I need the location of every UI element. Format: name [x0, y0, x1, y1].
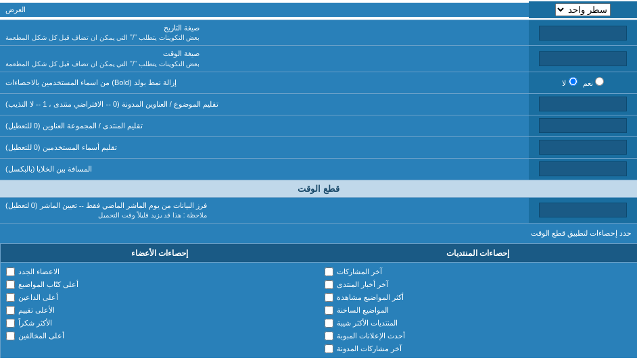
list-item: أكثر المواضيع مشاهدة [325, 291, 632, 304]
cell-spacing-input[interactable]: 2 [539, 161, 627, 176]
usernames-trim-label: تقليم أسماء المستخدمين (0 للتعطيل) [0, 137, 529, 158]
topic-titles-row: 33 تقليم الموضوع / العناوين المدونة (0 -… [0, 94, 637, 115]
checkbox-latest-classified[interactable] [325, 332, 333, 340]
bold-no-radio[interactable] [569, 77, 577, 86]
date-format-input-container: d-m [529, 20, 637, 45]
cell-spacing-label: المسافة بين الخلايا (بالبكسل) [0, 159, 529, 180]
display-select-container: سطر واحد سطران ثلاثة أسطر [529, 1, 637, 18]
checkbox-blog-posts[interactable] [325, 344, 333, 353]
checkbox-top-posters[interactable] [6, 280, 15, 289]
usernames-trim-row: 0 تقليم أسماء المستخدمين (0 للتعطيل) [0, 137, 637, 159]
time-filter-input-container: 0 [529, 198, 637, 223]
forum-titles-row: 33 تقليم المنتدى / المجموعة العناوين (0 … [0, 115, 637, 137]
checkbox-most-viewed[interactable] [325, 293, 333, 302]
date-format-row: d-m صيغة التاريخ بعض التكوينات يتطلب "/"… [0, 20, 637, 46]
time-format-input-container: H:i [529, 46, 637, 71]
checkbox-popular-forums[interactable] [325, 319, 333, 328]
display-label: العرض [0, 3, 529, 17]
stats-col1-header: إحصاءات المنتديات [319, 244, 638, 262]
bold-remove-label: إزالة نمط بولد (Bold) من اسماء المستخدمي… [0, 72, 529, 93]
stats-col2: الاعضاء الجدد أعلى كتّاب المواضيع أعلى ا… [0, 263, 319, 358]
stats-col2-header: إحصاءات الأعضاء [0, 244, 319, 262]
time-filter-label: فرز البيانات من يوم الماشر الماضي فقط --… [0, 198, 529, 223]
list-item: الاعضاء الجدد [6, 265, 314, 278]
date-format-input[interactable]: d-m [539, 26, 627, 41]
list-item: آخر أخبار المنتدى [325, 278, 632, 291]
checkbox-top-referrers[interactable] [6, 293, 15, 302]
time-format-input[interactable]: H:i [539, 51, 627, 66]
bold-yes-radio[interactable] [595, 77, 604, 86]
checkbox-last-posts[interactable] [325, 267, 333, 276]
topic-titles-input-container: 33 [529, 94, 637, 115]
bold-remove-row: نعم لا إزالة نمط بولد (Bold) من اسماء ال… [0, 72, 637, 94]
bold-radio-group: نعم لا [562, 77, 603, 88]
stats-header-row: إحصاءات المنتديات إحصاءات الأعضاء [0, 244, 637, 263]
checkbox-forum-news[interactable] [325, 280, 333, 289]
forum-titles-label: تقليم المنتدى / المجموعة العناوين (0 للت… [0, 115, 529, 136]
bold-no-label: لا [562, 77, 577, 88]
checkbox-hot-topics[interactable] [325, 306, 333, 315]
time-filter-input[interactable]: 0 [539, 203, 627, 217]
stats-body: آخر المشاركات آخر أخبار المنتدى أكثر الم… [0, 263, 637, 358]
list-item: أعلى كتّاب المواضيع [6, 278, 314, 291]
list-item: أحدث الإعلانات المبوبة [325, 330, 632, 342]
checkbox-new-members[interactable] [6, 267, 15, 276]
list-item: الأكثر شكراً [6, 317, 314, 330]
checkbox-top-violators[interactable] [6, 332, 15, 340]
stats-section: إحصاءات المنتديات إحصاءات الأعضاء آخر ال… [0, 244, 637, 358]
cell-spacing-row: 2 المسافة بين الخلايا (بالبكسل) [0, 159, 637, 180]
time-section-header: قطع الوقت [0, 180, 637, 198]
list-item: المنتديات الأكثر شيبة [325, 317, 632, 330]
display-select[interactable]: سطر واحد سطران ثلاثة أسطر [555, 3, 611, 16]
forum-titles-input[interactable]: 33 [539, 118, 627, 133]
display-row: سطر واحد سطران ثلاثة أسطر العرض [0, 0, 637, 20]
date-format-label: صيغة التاريخ بعض التكوينات يتطلب "/" الت… [0, 20, 529, 45]
list-item: المواضيع الساخنة [325, 304, 632, 317]
topic-titles-label: تقليم الموضوع / العناوين المدونة (0 -- ا… [0, 94, 529, 115]
list-item: آخر المشاركات [325, 265, 632, 278]
list-item: الأعلى تقييم [6, 304, 314, 317]
list-item: أعلى المخالفين [6, 330, 314, 342]
list-item: آخر مشاركات المدونة [325, 342, 632, 355]
checkbox-most-thanked[interactable] [6, 319, 15, 328]
usernames-trim-input[interactable]: 0 [539, 140, 627, 155]
list-item: أعلى الداعين [6, 291, 314, 304]
forum-titles-input-container: 33 [529, 115, 637, 136]
cell-spacing-input-container: 2 [529, 159, 637, 180]
topic-titles-input[interactable]: 33 [539, 97, 627, 111]
bold-yes-label: نعم [583, 77, 604, 88]
time-format-row: H:i صيغة الوقت بعض التكوينات يتطلب "/" ا… [0, 46, 637, 72]
usernames-trim-input-container: 0 [529, 137, 637, 158]
bold-radio-container: نعم لا [529, 72, 637, 93]
time-section-row: 0 فرز البيانات من يوم الماشر الماضي فقط … [0, 198, 637, 224]
stats-col1: آخر المشاركات آخر أخبار المنتدى أكثر الم… [319, 263, 638, 358]
stats-limit-row: حدد إحصاءات لتطبيق قطع الوقت [0, 224, 637, 244]
time-format-label: صيغة الوقت بعض التكوينات يتطلب "/" التي … [0, 46, 529, 71]
checkbox-highest-rated[interactable] [6, 306, 15, 315]
